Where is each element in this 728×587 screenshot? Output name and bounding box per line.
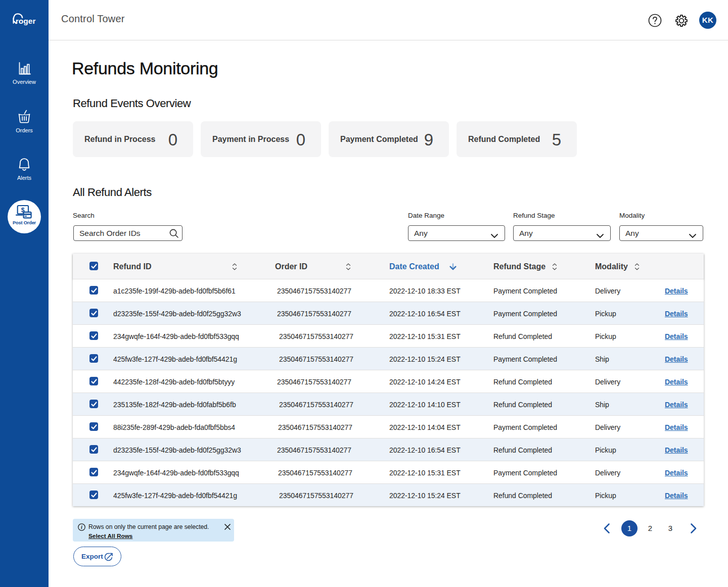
- svg-text:roger: roger: [16, 17, 36, 25]
- svg-text:i: i: [81, 524, 82, 530]
